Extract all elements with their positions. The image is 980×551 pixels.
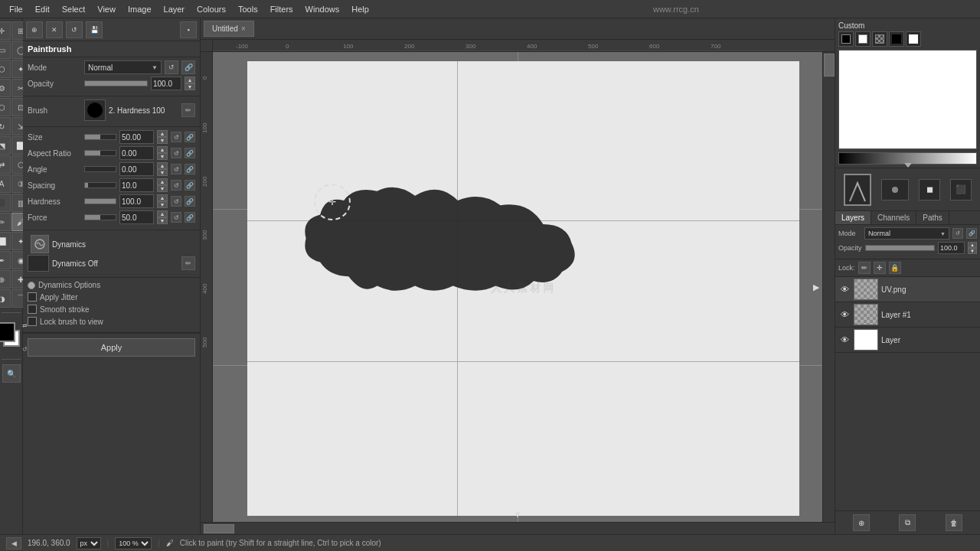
layers-opacity-down[interactable]: ▼ — [968, 248, 977, 254]
tab-close-btn[interactable]: × — [241, 24, 246, 33]
scroll-right[interactable]: ▶ — [813, 282, 819, 292]
angle-chain-btn[interactable]: 🔗 — [185, 164, 195, 174]
apply-jitter-check[interactable] — [28, 292, 37, 302]
menu-tools[interactable]: Tools — [232, 3, 264, 15]
canvas-area[interactable]: ✛ 人人素材网 — [247, 61, 799, 516]
layer-eye-uvpng[interactable]: 👁 — [838, 283, 851, 295]
layer-delete-btn[interactable]: 🗑 — [946, 514, 962, 531]
angle-up-btn[interactable]: ▲ — [157, 162, 168, 169]
tool-zoom[interactable]: 🔍 — [2, 364, 21, 383]
tool-dodge[interactable]: ◑ — [0, 289, 11, 308]
hardness-chain-btn[interactable]: 🔗 — [185, 196, 195, 207]
force-slider[interactable] — [84, 214, 116, 220]
aspect-input[interactable] — [119, 146, 154, 160]
apply-button[interactable]: Apply — [28, 338, 195, 357]
size-slider[interactable] — [84, 134, 116, 140]
opacity-down-btn[interactable]: ▼ — [185, 83, 195, 90]
aspect-chain-btn[interactable]: 🔗 — [185, 148, 195, 158]
apply-jitter-label[interactable]: Apply Jitter — [28, 292, 195, 302]
brush-thumb-1[interactable] — [844, 174, 871, 206]
aspect-reset-btn[interactable]: ↺ — [171, 148, 181, 158]
reset-colors-icon[interactable]: ↺ — [22, 346, 28, 353]
brush-thumb-3[interactable]: ◼ — [919, 179, 940, 201]
spacing-reset-btn[interactable]: ↺ — [171, 180, 181, 191]
layers-tab-layers[interactable]: Layers — [835, 211, 871, 224]
layer-duplicate-btn[interactable]: ⧉ — [899, 514, 916, 531]
menu-help[interactable]: Help — [345, 3, 375, 15]
lock-brush-label[interactable]: Lock brush to view — [28, 317, 195, 326]
layers-mode-reset[interactable]: ↺ — [952, 228, 963, 239]
lock-all-btn[interactable]: 🔒 — [889, 262, 901, 274]
spacing-up-btn[interactable]: ▲ — [157, 178, 168, 185]
image-tab-active[interactable]: Untitled × — [204, 21, 254, 37]
layers-tab-paths[interactable]: Paths — [916, 211, 949, 224]
layer-eye-layer1[interactable]: 👁 — [838, 308, 851, 321]
tool-rotate[interactable]: ↻ — [0, 117, 11, 135]
force-chain-btn[interactable]: 🔗 — [185, 212, 195, 223]
hardness-input[interactable] — [119, 194, 154, 208]
opacity-slider[interactable] — [84, 80, 148, 86]
brush-edit-btn[interactable]: ✏ — [181, 103, 195, 117]
menu-windows[interactable]: Windows — [299, 3, 346, 15]
dynamics-options-radio[interactable] — [28, 282, 35, 289]
layer-row-uvpng[interactable]: 👁 UV.png — [835, 277, 980, 302]
hardness-reset-btn[interactable]: ↺ — [171, 196, 181, 207]
spacing-chain-btn[interactable]: 🔗 — [185, 180, 195, 191]
aspect-slider[interactable] — [84, 150, 116, 156]
size-input[interactable] — [119, 130, 154, 144]
tool-bucket[interactable]: ⬛ — [0, 194, 11, 212]
gradient-bg-icon[interactable] — [855, 31, 871, 47]
brush-preview[interactable] — [84, 99, 106, 121]
smooth-stroke-check[interactable] — [28, 305, 37, 314]
force-up-btn[interactable]: ▲ — [157, 210, 168, 217]
hardness-down-btn[interactable]: ▼ — [157, 201, 168, 208]
lock-position-btn[interactable]: ✛ — [874, 262, 886, 274]
hardness-up-btn[interactable]: ▲ — [157, 194, 168, 201]
scrollbar-right[interactable] — [822, 52, 835, 522]
angle-reset-btn[interactable]: ↺ — [171, 164, 181, 174]
layers-mode-select[interactable]: Normal ▼ — [864, 227, 949, 240]
mode-reset-btn[interactable]: ↺ — [165, 60, 178, 74]
size-chain-btn[interactable]: 🔗 — [185, 132, 195, 142]
menu-filters[interactable]: Filters — [264, 3, 299, 15]
tool-opt-panel[interactable]: ▪ — [180, 21, 197, 38]
gradient-black-icon[interactable] — [889, 31, 904, 47]
tool-opt-restore[interactable]: ↺ — [66, 21, 83, 38]
angle-slider[interactable] — [84, 166, 116, 172]
scroll-down[interactable]: ▼ — [514, 510, 522, 519]
tool-clone[interactable]: ⊕ — [0, 270, 11, 289]
hardness-slider[interactable] — [84, 198, 116, 204]
mode-select[interactable]: Normal ▼ — [84, 60, 162, 74]
tool-opt-delete[interactable]: ✕ — [46, 21, 63, 38]
dynamics-options-label[interactable]: Dynamics Options — [28, 281, 195, 289]
tool-move[interactable]: ✛ — [0, 21, 11, 40]
tool-text[interactable]: A — [0, 174, 11, 193]
gradient-bar[interactable] — [838, 152, 977, 165]
brush-thumb-2[interactable] — [881, 179, 909, 201]
layer-row-layer1[interactable]: 👁 Layer #1 — [835, 302, 980, 328]
dynamics-preview[interactable] — [28, 255, 49, 272]
size-up-btn[interactable]: ▲ — [157, 130, 168, 137]
aspect-up-btn[interactable]: ▲ — [157, 146, 168, 153]
tool-flip[interactable]: ⇄ — [0, 155, 11, 174]
angle-down-btn[interactable]: ▼ — [157, 169, 168, 176]
menu-file[interactable]: File — [3, 3, 29, 15]
tool-rect-select[interactable]: ▭ — [0, 41, 11, 59]
mode-chain-btn[interactable]: 🔗 — [181, 60, 195, 74]
layer-row-layer[interactable]: 👁 Layer — [835, 328, 980, 353]
spacing-slider[interactable] — [84, 182, 116, 188]
menu-edit[interactable]: Edit — [29, 3, 56, 15]
layers-mode-chain[interactable]: 🔗 — [966, 228, 977, 239]
dynamics-edit-btn[interactable]: ✏ — [181, 256, 195, 270]
menu-layer[interactable]: Layer — [158, 3, 191, 15]
aspect-down-btn[interactable]: ▼ — [157, 153, 168, 160]
opacity-up-btn[interactable]: ▲ — [185, 77, 195, 83]
tool-pencil[interactable]: ✏ — [0, 213, 11, 231]
lock-brush-check[interactable] — [28, 317, 37, 326]
smooth-stroke-label[interactable]: Smooth stroke — [28, 305, 195, 314]
canvas-content[interactable]: ✛ 人人素材网 ▶ ▼ — [213, 52, 822, 522]
lock-pixel-btn[interactable]: ✏ — [858, 262, 871, 274]
gradient-transparent-icon[interactable] — [872, 31, 887, 47]
menu-colours[interactable]: Colours — [191, 3, 232, 15]
gradient-fg-icon[interactable] — [838, 31, 854, 47]
